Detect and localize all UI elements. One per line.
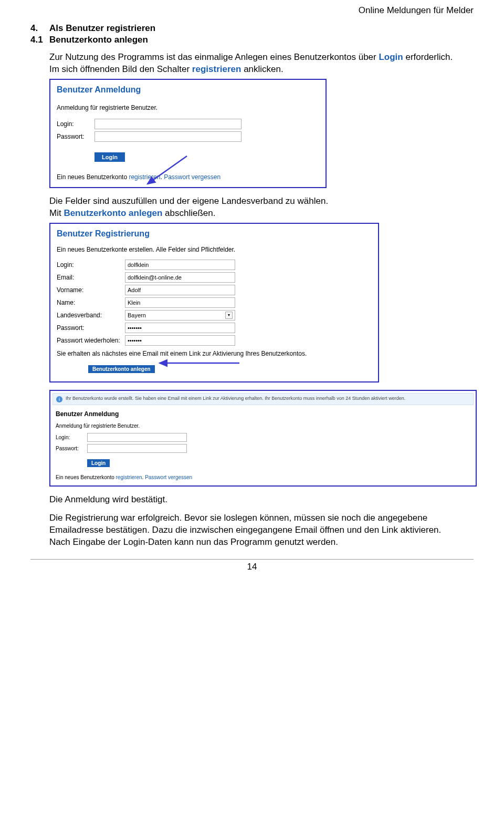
p1b: erforderlich. [403, 52, 453, 62]
section-4-1: 4.1 Benutzerkonto anlegen [30, 35, 474, 45]
shot2-submit-button[interactable]: Benutzerkonto anlegen [88, 365, 155, 373]
shot1-login-label: Login: [57, 120, 94, 128]
p3: Die Felder sind auszufüllen und der eige… [49, 196, 328, 206]
p6: Die Registrierung war erfolgreich. Bevor… [49, 513, 441, 535]
shot3-reg-prefix: Ein neues Benutzerkonto [56, 474, 116, 480]
shot3-forgot-link[interactable]: Passwort vergessen [145, 474, 192, 480]
shot2-lv-label: Landesverband: [57, 312, 125, 319]
shot2-desc: Ein neues Benutzerkonte erstellen. Alle … [57, 246, 372, 253]
shot2-login-label: Login: [57, 261, 125, 268]
shot2-lv-value: Bayern [128, 312, 146, 318]
screenshot-confirm: i Ihr Benutzerkonto wurde erstellt. Sie … [49, 390, 477, 487]
section-4: 4. Als Benutzer registrieren [30, 23, 474, 34]
p1-login-word: Login [379, 52, 403, 62]
shot3-register-link[interactable]: registrieren [116, 474, 142, 480]
shot1-forgot-link[interactable]: Passwort vergessen [164, 173, 220, 181]
footer: 14 [30, 559, 474, 572]
p4b: abschließen. [162, 208, 215, 218]
p4a: Mit [49, 208, 64, 218]
shot3-login-button[interactable]: Login [87, 459, 110, 467]
info-icon: i [56, 396, 62, 402]
chevron-down-icon: ▾ [225, 312, 233, 319]
p1a: Zur Nutzung des Programms ist das einmal… [49, 52, 379, 62]
shot3-password-input[interactable] [87, 444, 187, 453]
section-4-1-title: Benutzerkonto anlegen [49, 35, 148, 45]
section-4-title: Als Benutzer registrieren [49, 23, 155, 34]
shot2-vorname-label: Vorname: [57, 286, 125, 294]
shot2-pw2-input[interactable] [125, 335, 235, 346]
shot1-login-input[interactable] [94, 119, 242, 129]
shot1-login-button[interactable]: Login [94, 152, 125, 162]
p7: Nach Eingabe der Login-Daten kann nun da… [49, 537, 338, 547]
shot3-title: Benutzer Anmeldung [56, 410, 470, 418]
p2-reg-word: registrieren [192, 64, 242, 74]
info-text: Ihr Benutzerkonto wurde erstellt. Sie ha… [66, 396, 405, 402]
info-box: i Ihr Benutzerkonto wurde erstellt. Sie … [52, 393, 474, 405]
section-4-num: 4. [30, 23, 49, 34]
shot1-password-input[interactable] [94, 131, 242, 142]
shot2-pw-label: Passwort: [57, 324, 125, 332]
header-right-text: Online Meldungen für Melder [30, 5, 474, 16]
shot2-name-label: Name: [57, 299, 125, 306]
shot2-note: Sie erhalten als nächstes eine Email mit… [57, 350, 372, 357]
shot2-pw-input[interactable] [125, 323, 235, 333]
p2b: anklicken. [241, 64, 283, 74]
p4-bk-word: Benutzerkonto anlegen [64, 208, 162, 218]
paragraph-1: Zur Nutzung des Programms ist das einmal… [49, 51, 474, 76]
screenshot-register: Benutzer Registrierung Ein neues Benutze… [49, 223, 379, 383]
shot2-lv-select[interactable]: Bayern ▾ [125, 310, 235, 321]
shot1-reg-prefix: Ein neues Benutzerkonto [57, 173, 129, 181]
shot2-vorname-input[interactable] [125, 285, 235, 295]
shot3-login-input[interactable] [87, 433, 187, 442]
shot1-desc: Anmeldung für registrierte Benutzer. [57, 104, 319, 111]
shot2-email-label: Email: [57, 274, 125, 281]
shot2-title: Benutzer Registrierung [57, 229, 372, 239]
section-4-1-num: 4.1 [30, 35, 49, 45]
paragraph-5: Die Anmeldung wird bestätigt. [49, 494, 474, 506]
shot2-pw2-label: Passwort wiederholen: [57, 337, 125, 344]
shot1-password-label: Passwort: [57, 133, 94, 140]
shot1-register-link[interactable]: registrieren [129, 173, 160, 181]
shot2-email-input[interactable] [125, 272, 235, 283]
shot3-login-label: Login: [56, 435, 87, 440]
paragraph-6-7: Die Registrierung war erfolgreich. Bevor… [49, 512, 474, 549]
p2a: Im sich öffnenden Bild den Schalter [49, 64, 192, 74]
shot2-name-input[interactable] [125, 297, 235, 308]
footer-page-num: 14 [247, 562, 257, 572]
shot3-desc: Anmeldung für registrierte Benutzer. [56, 423, 470, 429]
shot1-title: Benutzer Anmeldung [57, 85, 319, 95]
paragraph-3-4: Die Felder sind auszufüllen und der eige… [49, 195, 474, 220]
screenshot-login: Benutzer Anmeldung Anmeldung für registr… [49, 79, 327, 188]
shot2-login-input[interactable] [125, 260, 235, 270]
shot3-password-label: Passwort: [56, 446, 87, 451]
